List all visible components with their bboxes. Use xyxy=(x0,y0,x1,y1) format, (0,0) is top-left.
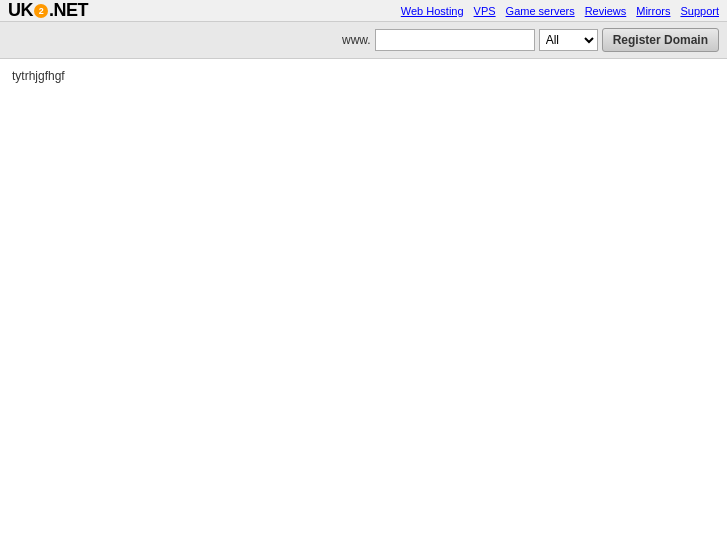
logo-net: .NET xyxy=(49,0,88,20)
tld-select[interactable]: All .com .net .org .co.uk .info xyxy=(539,29,598,51)
header: UK.NET Web Hosting VPS Game servers Revi… xyxy=(0,0,727,22)
result-text: tytrhjgfhgf xyxy=(12,69,65,83)
domain-input[interactable] xyxy=(375,29,535,51)
logo-uk: UK xyxy=(8,0,33,20)
nav-mirrors[interactable]: Mirrors xyxy=(636,5,670,17)
www-label: www. xyxy=(342,33,371,47)
main-content: tytrhjgfhgf xyxy=(0,59,727,93)
nav-reviews[interactable]: Reviews xyxy=(585,5,627,17)
nav-support[interactable]: Support xyxy=(680,5,719,17)
logo: UK.NET xyxy=(8,0,88,21)
domain-search-bar: www. All .com .net .org .co.uk .info Reg… xyxy=(0,22,727,59)
logo-circle-icon xyxy=(34,4,48,18)
nav-web-hosting[interactable]: Web Hosting xyxy=(401,5,464,17)
nav-links: Web Hosting VPS Game servers Reviews Mir… xyxy=(401,5,719,17)
nav-game-servers[interactable]: Game servers xyxy=(506,5,575,17)
register-domain-button[interactable]: Register Domain xyxy=(602,28,719,52)
nav-vps[interactable]: VPS xyxy=(474,5,496,17)
